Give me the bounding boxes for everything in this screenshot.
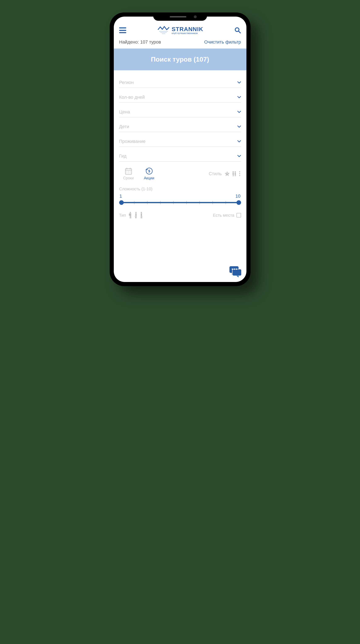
svg-rect-21 (235, 175, 235, 176)
svg-rect-35 (142, 216, 142, 218)
svg-text:$: $ (148, 170, 150, 173)
chevron-down-icon (237, 111, 241, 113)
family-icon (231, 171, 237, 177)
svg-rect-16 (233, 173, 234, 175)
svg-rect-22 (235, 175, 236, 176)
quick-promo[interactable]: $ Акции (140, 167, 159, 180)
filter-days[interactable]: Кол-во дней (119, 92, 241, 103)
svg-rect-31 (136, 216, 137, 218)
svg-point-23 (130, 212, 131, 213)
difficulty-slider[interactable] (119, 200, 241, 205)
difficulty-max: 10 (235, 194, 240, 199)
svg-line-1 (239, 31, 240, 33)
difficulty-filter: Сложность (1-10) 1 10 (114, 180, 246, 205)
svg-point-38 (232, 268, 233, 270)
star-icon: A (224, 171, 230, 177)
more-icon[interactable] (238, 171, 241, 176)
banner-title: Поиск туров (107) (151, 56, 209, 63)
svg-point-40 (236, 268, 237, 270)
svg-rect-24 (129, 213, 131, 216)
svg-rect-29 (135, 213, 137, 216)
svg-rect-20 (235, 173, 236, 175)
svg-rect-26 (130, 216, 130, 218)
results-count: Найдено: 107 туров (119, 40, 161, 45)
chevron-down-icon (237, 155, 241, 157)
phone-frame: STRANNIK клуб путешественников Найдено: … (110, 12, 251, 286)
svg-rect-18 (233, 175, 234, 176)
filter-region[interactable]: Регион (119, 77, 241, 88)
bottom-filters: Тип Есть места (114, 205, 246, 223)
svg-rect-37 (232, 269, 241, 276)
chevron-down-icon (237, 126, 241, 128)
svg-rect-25 (129, 214, 130, 216)
logo-mountains-icon (157, 26, 170, 35)
brand-tagline: клуб путешественников (172, 32, 203, 34)
walker-icon (139, 212, 143, 219)
search-icon[interactable] (235, 27, 241, 34)
search-banner: Поиск туров (107) (114, 48, 246, 70)
svg-text:A: A (226, 172, 228, 175)
filter-price[interactable]: Цена (119, 106, 241, 117)
quick-dates[interactable]: Сроки (119, 167, 138, 180)
difficulty-min: 1 (120, 194, 122, 199)
svg-point-7 (128, 171, 129, 172)
quick-filters: Сроки $ Акции Стиль A (114, 165, 246, 180)
slider-handle-max[interactable] (237, 200, 241, 205)
brand-name: STRANNIK (172, 26, 203, 32)
results-row: Найдено: 107 туров Очистить фильтр (114, 37, 246, 48)
svg-rect-17 (233, 175, 233, 176)
svg-point-19 (235, 171, 236, 172)
type-filter[interactable]: Тип (119, 212, 143, 219)
filter-children[interactable]: Дети (119, 121, 241, 132)
chevron-down-icon (237, 81, 241, 84)
svg-point-28 (135, 212, 137, 213)
chat-fab[interactable] (228, 266, 242, 278)
style-filter[interactable]: Стиль A (209, 171, 241, 177)
svg-point-15 (233, 171, 234, 172)
svg-rect-27 (131, 216, 131, 218)
svg-point-10 (128, 173, 129, 173)
spots-checkbox[interactable] (237, 213, 241, 218)
svg-point-32 (141, 212, 142, 213)
phone-notch (153, 12, 207, 21)
menu-button[interactable] (119, 27, 126, 33)
svg-point-11 (130, 173, 130, 173)
difficulty-label: Сложность (1-10) (119, 186, 241, 192)
chevron-down-icon (237, 96, 241, 98)
svg-point-9 (126, 173, 127, 173)
svg-point-39 (234, 268, 235, 270)
svg-rect-33 (141, 213, 142, 216)
spots-filter[interactable]: Есть места (213, 213, 241, 218)
hiker-icon (134, 212, 138, 219)
promo-icon: $ (145, 167, 153, 175)
svg-point-6 (126, 171, 127, 172)
svg-rect-34 (141, 216, 141, 218)
filter-guide[interactable]: Гид (119, 150, 241, 162)
clear-filter-link[interactable]: Очистить фильтр (204, 40, 241, 45)
filters-list: Регион Кол-во дней Цена Дети Проживание … (114, 70, 246, 162)
slider-handle-min[interactable] (119, 200, 124, 205)
hiker-backpack-icon (128, 212, 133, 219)
brand-logo[interactable]: STRANNIK клуб путешественников (157, 26, 203, 35)
svg-point-8 (130, 171, 130, 172)
filter-accommodation[interactable]: Проживание (119, 136, 241, 147)
app-screen: STRANNIK клуб путешественников Найдено: … (114, 16, 246, 282)
calendar-icon (124, 167, 133, 175)
chevron-down-icon (237, 140, 241, 143)
